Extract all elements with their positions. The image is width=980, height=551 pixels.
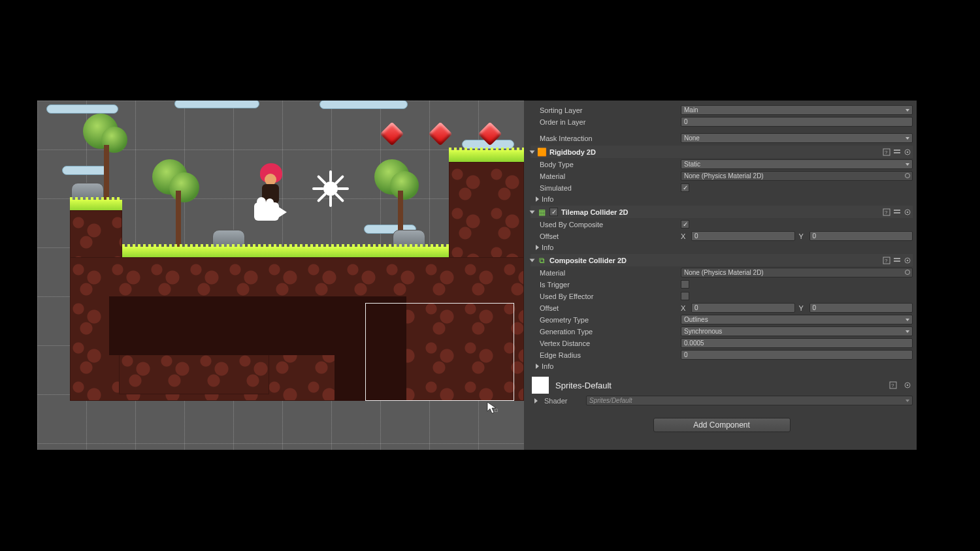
rigidbody2d-header[interactable]: 🟧 Rigidbody 2D ? [531,146,913,158]
preset-icon[interactable] [893,148,901,156]
material-name: Sprites-Default [555,381,612,390]
tc-offset-label: Offset [531,232,681,240]
cc-offset-x-field[interactable]: 0 [691,303,795,313]
svg-point-5 [907,151,909,153]
tilemap-collider-header[interactable]: ▦ Tilemap Collider 2D ? [531,206,913,218]
foldout-icon[interactable] [530,259,535,262]
composite-collider-icon: ⧉ [537,256,546,265]
mask-interaction-dropdown[interactable]: None [681,133,913,143]
generation-type-dropdown[interactable]: Synchronous [681,326,913,336]
cc-info-label: Info [542,362,553,370]
x-label: X [681,232,687,240]
material-preview-swatch [532,377,549,394]
cc-info-foldout[interactable]: Info [531,361,913,371]
selection-outline [365,303,514,401]
cloud [319,101,408,109]
used-by-composite-checkbox[interactable] [681,220,689,228]
help-icon[interactable]: ? [889,381,897,389]
y-label: Y [799,304,806,312]
foldout-icon[interactable] [534,398,538,403]
gear-icon[interactable] [904,208,911,216]
preset-icon[interactable] [893,257,901,264]
is-trigger-checkbox[interactable] [681,280,689,289]
gear-icon[interactable] [904,148,911,156]
cc-material-label: Material [531,269,681,277]
svg-text:?: ? [891,383,894,388]
svg-rect-3 [894,152,900,153]
tc-info-foldout[interactable]: Info [531,242,913,252]
rigidbody-icon: 🟧 [537,148,546,157]
mask-interaction-label: Mask Interaction [531,134,681,142]
shader-label: Shader [544,397,580,405]
gem [429,122,453,146]
order-in-layer-row: Order in Layer 0 [531,116,913,127]
tc-offset-y-field[interactable]: 0 [809,231,913,241]
rb-info-foldout[interactable]: Info [531,194,913,204]
geometry-type-dropdown[interactable]: Outlines [681,315,913,324]
used-by-composite-label: Used By Composite [531,221,681,228]
material-header[interactable]: Sprites-Default ? [531,374,913,396]
svg-text:?: ? [885,150,888,155]
order-in-layer-field[interactable]: 0 [681,117,913,127]
gear-icon[interactable] [904,381,911,389]
cloud [174,101,259,108]
used-by-effector-label: Used By Effector [531,292,681,300]
order-in-layer-label: Order in Layer [531,118,681,126]
rb-material-field[interactable]: None (Physics Material 2D) [681,171,913,181]
svg-rect-8 [894,210,900,211]
help-icon[interactable]: ? [883,148,890,156]
help-icon[interactable]: ? [883,208,890,216]
camera-gizmo-icon[interactable] [254,197,287,223]
sorting-layer-label: Sorting Layer [531,106,681,114]
sorting-layer-row: Sorting Layer Main [531,104,913,116]
used-by-effector-checkbox[interactable] [681,292,689,300]
rb-info-label: Info [542,195,553,203]
foldout-icon [536,245,539,250]
simulated-label: Simulated [531,184,681,192]
cloud [46,104,118,114]
add-component-button[interactable]: Add Component [653,418,791,432]
unity-editor: □ Sorting Layer Main Order in Layer 0 Ma… [37,101,917,450]
simulated-checkbox[interactable] [681,183,689,192]
vertex-distance-field[interactable]: 0.0005 [681,338,913,348]
tc-offset-x-field[interactable]: 0 [691,231,795,241]
cc-offset-y-field[interactable]: 0 [809,303,913,313]
object-picker-icon[interactable] [905,173,910,178]
svg-point-21 [907,385,909,386]
edge-radius-field[interactable]: 0 [681,350,913,360]
shader-dropdown[interactable]: Sprites/Default [586,396,913,405]
composite-collider-title: Composite Collider 2D [549,257,879,264]
help-icon[interactable]: ? [883,257,890,264]
body-type-dropdown[interactable]: Static [681,159,913,169]
y-label: Y [799,232,806,240]
scene-view[interactable]: □ [37,101,524,450]
gem [380,122,404,146]
tilemap-collider-icon: ▦ [537,208,546,217]
cursor-icon: □ [487,401,497,415]
is-trigger-label: Is Trigger [531,281,681,289]
svg-rect-9 [894,212,900,213]
body-type-label: Body Type [531,161,681,168]
svg-text:?: ? [885,258,888,264]
tc-info-label: Info [542,244,553,251]
rigidbody2d-title: Rigidbody 2D [549,148,879,156]
svg-text:?: ? [885,210,888,215]
object-picker-icon[interactable] [905,270,910,275]
generation-type-label: Generation Type [531,328,681,336]
rb-material-value: None (Physics Material 2D) [684,172,764,180]
foldout-icon[interactable] [530,150,535,153]
cc-offset-label: Offset [531,304,681,312]
light-gizmo-icon[interactable] [314,172,347,205]
svg-rect-15 [894,260,900,262]
svg-point-11 [907,211,909,213]
svg-point-17 [907,259,909,261]
tilemap-collider-enable-checkbox[interactable] [549,208,558,216]
cc-material-field[interactable]: None (Physics Material 2D) [681,268,913,277]
foldout-icon [536,364,539,369]
gear-icon[interactable] [904,257,911,264]
composite-collider-header[interactable]: ⧉ Composite Collider 2D ? [531,254,913,266]
foldout-icon[interactable] [530,210,535,213]
rb-material-label: Material [531,172,681,180]
sorting-layer-dropdown[interactable]: Main [681,105,913,115]
preset-icon[interactable] [893,208,901,216]
